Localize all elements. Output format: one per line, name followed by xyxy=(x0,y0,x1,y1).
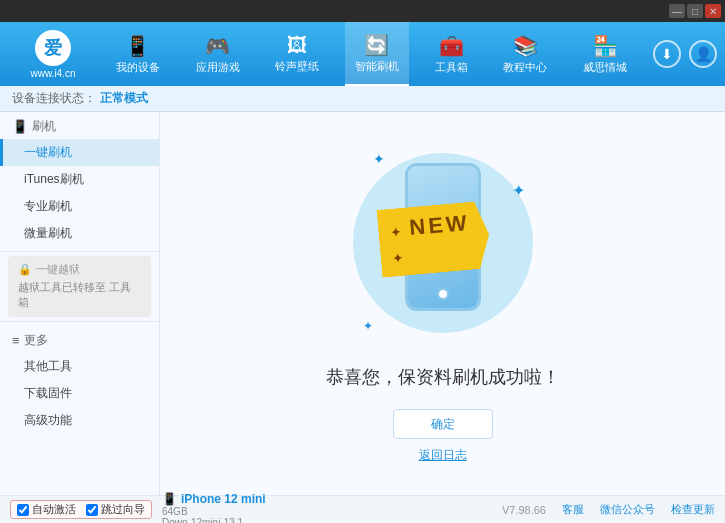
jailbreak-label: 一键越狱 xyxy=(36,262,80,277)
status-label: 设备连接状态： xyxy=(12,90,96,107)
jailbreak-header: 🔒 一键越狱 xyxy=(18,262,141,277)
status-value: 正常模式 xyxy=(100,90,148,107)
device-icon: 📱 xyxy=(162,492,177,506)
logo-area: 爱 www.i4.cn xyxy=(8,30,98,79)
sidebar-divider-1 xyxy=(0,251,159,252)
flash-section-label: 刷机 xyxy=(32,118,56,135)
nav-items: 📱 我的设备 🎮 应用游戏 🖼 铃声壁纸 🔄 智能刷机 🧰 工具箱 📚 教程中心… xyxy=(98,22,645,86)
auto-activate-input[interactable] xyxy=(17,504,29,516)
nav-smart-icon: 🔄 xyxy=(364,33,389,57)
nav-apps-label: 应用游戏 xyxy=(196,60,240,75)
sidebar: 📱 刷机 一键刷机 iTunes刷机 专业刷机 微量刷机 🔒 一键越狱 越狱工具… xyxy=(0,112,160,495)
nav-toolbox-label: 工具箱 xyxy=(435,60,468,75)
top-navigation: 爱 www.i4.cn 📱 我的设备 🎮 应用游戏 🖼 铃声壁纸 🔄 智能刷机 … xyxy=(0,22,725,86)
nav-device-label: 我的设备 xyxy=(116,60,160,75)
sidebar-divider-2 xyxy=(0,321,159,322)
close-button[interactable]: ✕ xyxy=(705,4,721,18)
logo-subtitle: www.i4.cn xyxy=(30,68,75,79)
nav-ringtones[interactable]: 🖼 铃声壁纸 xyxy=(265,22,329,86)
wechat-link[interactable]: 微信公众号 xyxy=(600,502,655,517)
nav-tutorial[interactable]: 📚 教程中心 xyxy=(493,22,557,86)
sidebar-item-advanced[interactable]: 高级功能 xyxy=(0,407,159,434)
phone-home-button xyxy=(437,288,449,300)
nav-apps-icon: 🎮 xyxy=(205,34,230,58)
sidebar-section-flash: 📱 刷机 xyxy=(0,112,159,139)
nav-toolbox-icon: 🧰 xyxy=(439,34,464,58)
device-info: 📱 iPhone 12 mini 64GB Down-12mini-13,1 xyxy=(162,492,266,524)
sidebar-item-download-firmware[interactable]: 下载固件 xyxy=(0,380,159,407)
device-name-text: iPhone 12 mini xyxy=(181,492,266,506)
check-update-link[interactable]: 检查更新 xyxy=(671,502,715,517)
sidebar-item-itunes-flash[interactable]: iTunes刷机 xyxy=(0,166,159,193)
nav-toolbox[interactable]: 🧰 工具箱 xyxy=(425,22,478,86)
nav-my-device[interactable]: 📱 我的设备 xyxy=(106,22,170,86)
bottom-bar: 自动激活 跳过向导 📱 iPhone 12 mini 64GB Down-12m… xyxy=(0,495,725,523)
main-layout: 📱 刷机 一键刷机 iTunes刷机 专业刷机 微量刷机 🔒 一键越狱 越狱工具… xyxy=(0,112,725,495)
jailbreak-notice: 越狱工具已转移至 工具箱 xyxy=(18,277,141,311)
device-version: Down-12mini-13,1 xyxy=(162,517,266,524)
nav-ringtones-icon: 🖼 xyxy=(287,34,307,57)
nav-smart-shop[interactable]: 🔄 智能刷机 xyxy=(345,22,409,86)
nav-smart-label: 智能刷机 xyxy=(355,59,399,74)
skip-wizard-input[interactable] xyxy=(86,504,98,516)
sparkle-3-icon: ✦ xyxy=(363,319,373,333)
success-illustration: ✦ NEW ✦ ✦ ✦ ✦ xyxy=(333,143,553,353)
download-button[interactable]: ⬇ xyxy=(653,40,681,68)
logo-icon: 爱 xyxy=(35,30,71,66)
bottom-left: 自动激活 跳过向导 📱 iPhone 12 mini 64GB Down-12m… xyxy=(10,492,266,524)
service-link[interactable]: 客服 xyxy=(562,502,584,517)
skip-wizard-label: 跳过向导 xyxy=(101,502,145,517)
bottom-right: V7.98.66 客服 微信公众号 检查更新 xyxy=(502,502,715,517)
confirm-button[interactable]: 确定 xyxy=(393,409,493,439)
auto-activate-label: 自动激活 xyxy=(32,502,76,517)
nav-apps-games[interactable]: 🎮 应用游戏 xyxy=(186,22,250,86)
sparkle-1-icon: ✦ xyxy=(373,151,385,167)
skip-wizard-checkbox[interactable]: 跳过向导 xyxy=(86,502,145,517)
nav-tutorial-label: 教程中心 xyxy=(503,60,547,75)
version-label: V7.98.66 xyxy=(502,504,546,516)
nav-store-icon: 🏪 xyxy=(593,34,618,58)
flash-section-icon: 📱 xyxy=(12,119,28,134)
nav-store-label: 威思情城 xyxy=(583,60,627,75)
nav-ringtones-label: 铃声壁纸 xyxy=(275,59,319,74)
minimize-button[interactable]: — xyxy=(669,4,685,18)
maximize-button[interactable]: □ xyxy=(687,4,703,18)
success-message: 恭喜您，保资料刷机成功啦！ xyxy=(326,365,560,389)
nav-store[interactable]: 🏪 威思情城 xyxy=(573,22,637,86)
new-badge: ✦ NEW ✦ xyxy=(376,200,492,277)
sidebar-section-more: ≡ 更多 xyxy=(0,326,159,353)
lock-icon: 🔒 xyxy=(18,263,32,276)
more-section-icon: ≡ xyxy=(12,333,20,348)
status-bar: 设备连接状态： 正常模式 xyxy=(0,86,725,112)
main-content: ✦ NEW ✦ ✦ ✦ ✦ 恭喜您，保资料刷机成功啦！ 确定 返回日志 xyxy=(160,112,725,495)
back-to-log-link[interactable]: 返回日志 xyxy=(419,447,467,464)
sidebar-item-data-flash[interactable]: 微量刷机 xyxy=(0,220,159,247)
checkbox-group: 自动激活 跳过向导 xyxy=(10,500,152,519)
sidebar-item-other-tools[interactable]: 其他工具 xyxy=(0,353,159,380)
device-name: 📱 iPhone 12 mini xyxy=(162,492,266,506)
more-section-label: 更多 xyxy=(24,332,48,349)
titlebar: — □ ✕ xyxy=(0,0,725,22)
sparkle-2-icon: ✦ xyxy=(512,181,525,200)
new-text: NEW xyxy=(408,210,470,240)
user-button[interactable]: 👤 xyxy=(689,40,717,68)
sidebar-item-pro-flash[interactable]: 专业刷机 xyxy=(0,193,159,220)
auto-activate-checkbox[interactable]: 自动激活 xyxy=(17,502,76,517)
nav-device-icon: 📱 xyxy=(125,34,150,58)
sidebar-item-one-click-flash[interactable]: 一键刷机 xyxy=(0,139,159,166)
nav-actions: ⬇ 👤 xyxy=(653,40,717,68)
sidebar-section-jailbreak: 🔒 一键越狱 越狱工具已转移至 工具箱 xyxy=(8,256,151,317)
device-storage: 64GB xyxy=(162,506,266,517)
nav-tutorial-icon: 📚 xyxy=(513,34,538,58)
